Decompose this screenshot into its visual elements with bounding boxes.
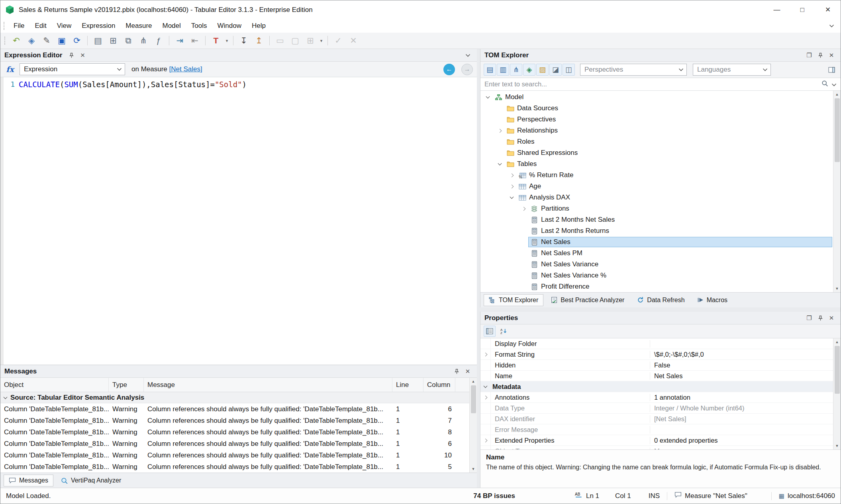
import-icon[interactable]: ↧	[237, 34, 251, 47]
property-row-extended-properties[interactable]: Extended Properties0 extended properties	[480, 435, 833, 446]
scroll-down-icon[interactable]: ▼	[833, 285, 841, 292]
tom-search-bar[interactable]: Enter text to search...	[480, 78, 841, 91]
scroll-up-icon[interactable]: ▲	[470, 378, 477, 385]
view-columns-icon[interactable]: ◫	[563, 64, 575, 76]
filter-hidden-icon[interactable]: ◪	[549, 64, 562, 76]
scroll-thumb[interactable]	[835, 98, 840, 162]
scroll-up-icon[interactable]: ▲	[833, 91, 841, 98]
messages-scrollbar[interactable]: ▲ ▼	[469, 378, 477, 473]
scroll-down-icon[interactable]: ▼	[470, 465, 477, 473]
property-row-annotations[interactable]: Annotations1 annotation	[480, 392, 833, 403]
close-button[interactable]: ✕	[815, 0, 841, 19]
tree-item-data-sources[interactable]: Data Sources	[480, 103, 833, 114]
diagram-dropdown-icon[interactable]: ▾	[318, 38, 324, 43]
column-header-line[interactable]: Line	[392, 378, 423, 392]
tree-item-model[interactable]: Model	[480, 92, 833, 103]
tree-item-net-sales[interactable]: Net Sales	[480, 236, 833, 248]
deploy-icon[interactable]: ◈	[24, 34, 39, 47]
undo-icon[interactable]: ↶	[9, 34, 24, 47]
measure-link[interactable]: [Net Sales]	[169, 65, 202, 73]
property-row-object-type[interactable]: Object TypeMeasure	[480, 446, 833, 449]
column-header-object[interactable]: Object	[0, 378, 109, 392]
pin-icon[interactable]	[815, 313, 825, 323]
filter-folders-icon[interactable]: ▨	[536, 64, 549, 76]
chevron-down-icon[interactable]	[831, 80, 837, 88]
menu-help[interactable]: Help	[247, 19, 271, 33]
indent-icon[interactable]: ⇥	[173, 34, 187, 47]
menu-model[interactable]: Model	[157, 19, 186, 33]
pin-icon[interactable]	[815, 51, 825, 60]
filter-partitions-icon[interactable]: ◈	[523, 64, 535, 76]
expand-icon[interactable]	[507, 174, 516, 177]
property-row-format-string[interactable]: Format String\$#,0;-\$#,0;\$#,0	[480, 349, 833, 360]
close-icon[interactable]: ✕	[77, 51, 88, 60]
property-value[interactable]: 0 extended properties	[650, 437, 833, 444]
expand-icon[interactable]	[480, 392, 491, 402]
tree-item-relationships[interactable]: Relationships	[480, 125, 833, 136]
menu-window[interactable]: Window	[212, 19, 247, 33]
maximize-button[interactable]: □	[790, 0, 815, 19]
tree-item-net-sales-pm[interactable]: Net Sales PM	[480, 248, 833, 259]
expand-icon[interactable]	[480, 349, 491, 359]
column-header-column[interactable]: Column	[423, 378, 455, 392]
property-value[interactable]: \$#,0;-\$#,0;\$#,0	[650, 351, 833, 358]
search-input[interactable]: Enter text to search...	[484, 80, 818, 88]
property-row-display-folder[interactable]: Display Folder	[480, 338, 833, 349]
property-row-name[interactable]: NameNet Sales	[480, 371, 833, 381]
message-row[interactable]: Column 'DateTableTemplate_81b...WarningC…	[0, 403, 469, 415]
tab-best-practice-analyzer[interactable]: Best Practice Analyzer	[546, 294, 629, 306]
navigate-back-button[interactable]: ←	[443, 64, 455, 75]
tree-item-perspectives[interactable]: Perspectives	[480, 114, 833, 125]
property-value[interactable]: Integer / Whole Number (int64)	[650, 404, 833, 412]
horizontal-splitter[interactable]	[480, 307, 841, 312]
tree-item-roles[interactable]: Roles	[480, 136, 833, 147]
tree-item-profit-difference[interactable]: Profit Difference	[480, 281, 833, 292]
filter-measures-icon[interactable]: ▤	[484, 64, 496, 76]
column-header-message[interactable]: Message	[144, 378, 392, 392]
expand-icon[interactable]	[519, 207, 528, 210]
perspectives-dropdown[interactable]: Perspectives	[580, 64, 687, 76]
property-row-data-type[interactable]: Data TypeInteger / Whole Number (int64)	[480, 403, 833, 414]
panel-menu-icon[interactable]	[463, 51, 473, 60]
menu-expression[interactable]: Expression	[76, 19, 120, 33]
tree-item-last-2-months-net-sales[interactable]: Last 2 Months Net Sales	[480, 214, 833, 225]
preview-icon[interactable]: ▭	[273, 34, 287, 47]
close-icon[interactable]: ✕	[463, 367, 473, 376]
tab-macros[interactable]: Macros	[692, 294, 733, 306]
tree-item-partitions[interactable]: Partitions	[480, 203, 833, 214]
property-value[interactable]: False	[650, 361, 833, 369]
float-panel-icon[interactable]: ❐	[804, 51, 814, 60]
bp-issues-badge[interactable]: 74 BP issues	[473, 492, 515, 500]
navigate-forward-button[interactable]: →	[461, 64, 473, 75]
menu-measure[interactable]: Measure	[120, 19, 157, 33]
expand-icon[interactable]	[495, 129, 504, 132]
refresh-icon[interactable]: ⟳	[70, 34, 84, 47]
properties-scrollbar[interactable]: ▲ ▼	[833, 338, 841, 449]
messages-group-row[interactable]: Source: Tabular Editor Semantic Analysis	[0, 392, 469, 403]
dependencies-icon[interactable]: ⋔	[136, 34, 151, 47]
pin-icon[interactable]	[66, 51, 76, 60]
expression-kind-dropdown[interactable]: Expression	[20, 63, 125, 75]
message-row[interactable]: Column 'DateTableTemplate_81b...WarningC…	[0, 438, 469, 449]
new-calc-table-icon[interactable]: ⊞	[106, 34, 120, 47]
languages-dropdown[interactable]: Languages	[693, 64, 771, 76]
collapse-icon[interactable]	[507, 197, 516, 198]
save-icon[interactable]: ▣	[55, 34, 69, 47]
accept-icon[interactable]: ✓	[331, 34, 345, 47]
property-row-dax-identifier[interactable]: DAX identifier[Net Sales]	[480, 414, 833, 424]
scroll-up-icon[interactable]: ▲	[833, 338, 841, 346]
tree-item-analysis-dax[interactable]: Analysis DAX	[480, 192, 833, 203]
sort-alphabetical-icon[interactable]: AZ	[498, 326, 510, 337]
property-row-hidden[interactable]: HiddenFalse	[480, 360, 833, 371]
minimize-button[interactable]: —	[764, 0, 790, 19]
edit-script-icon[interactable]: ✎	[39, 34, 54, 47]
tab-tom-explorer[interactable]: TOM Explorer	[484, 294, 543, 306]
message-row[interactable]: Column 'DateTableTemplate_81b...WarningC…	[0, 449, 469, 461]
menu-edit[interactable]: Edit	[29, 19, 51, 33]
scroll-thumb[interactable]	[471, 385, 476, 413]
outdent-icon[interactable]: ⇤	[188, 34, 202, 47]
scroll-thumb[interactable]	[835, 346, 840, 394]
dax-code-editor[interactable]: 1 CALCULATE(SUM(Sales[Amount]),Sales[Sta…	[0, 77, 477, 365]
tab-vertipaq-analyzer[interactable]: VertiPaq Analyzer	[56, 475, 126, 486]
collapse-icon[interactable]	[480, 381, 491, 392]
